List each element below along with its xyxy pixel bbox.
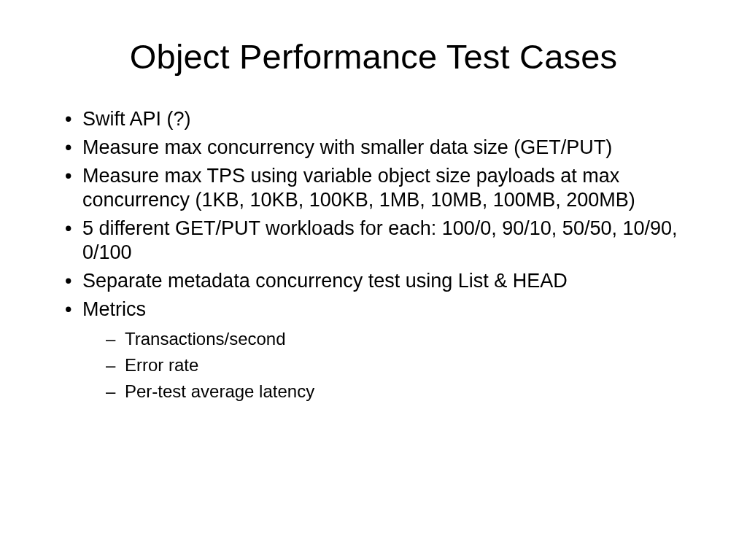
bullet-item-metrics: Metrics Transactions/second Error rate P… <box>62 298 685 404</box>
bullet-item: 5 different GET/PUT workloads for each: … <box>62 217 685 265</box>
bullet-item: Separate metadata concurrency test using… <box>62 269 685 293</box>
bullet-label: Metrics <box>82 298 146 320</box>
main-bullet-list: Swift API (?) Measure max concurrency wi… <box>62 107 685 404</box>
bullet-item: Swift API (?) <box>62 107 685 131</box>
sub-bullet-list: Transactions/second Error rate Per-test … <box>82 327 685 404</box>
slide-title: Object Performance Test Cases <box>62 36 685 77</box>
bullet-item: Measure max concurrency with smaller dat… <box>62 136 685 160</box>
bullet-item: Measure max TPS using variable object si… <box>62 164 685 212</box>
sub-bullet-item: Transactions/second <box>82 327 685 351</box>
sub-bullet-item: Per-test average latency <box>82 380 685 403</box>
sub-bullet-item: Error rate <box>82 354 685 377</box>
